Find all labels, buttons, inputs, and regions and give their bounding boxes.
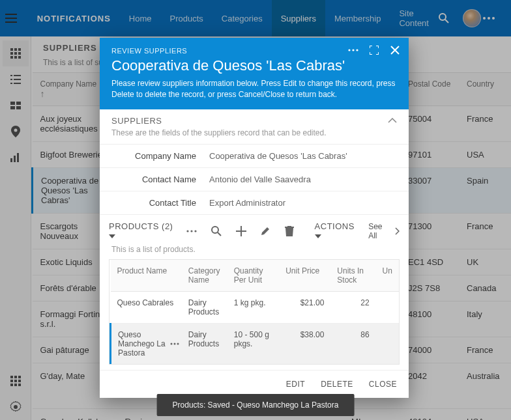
field-contact: Contact Name Antonio del Valle Saavedra — [100, 167, 409, 191]
delete-button[interactable]: DELETE — [321, 380, 353, 389]
svg-point-3 — [492, 17, 495, 20]
svg-rect-32 — [18, 380, 21, 382]
nav-products[interactable]: Products — [161, 0, 212, 36]
svg-point-45 — [177, 343, 179, 344]
svg-rect-20 — [16, 102, 21, 105]
svg-rect-4 — [10, 48, 13, 51]
app-brand[interactable]: NOTIFICATIONS — [28, 14, 120, 23]
nav-site-content[interactable]: Site Content — [390, 0, 438, 36]
svg-rect-9 — [18, 52, 21, 55]
products-table: Product Name Category Name Quantity Per … — [110, 260, 399, 364]
edit-button[interactable]: EDIT — [286, 380, 305, 389]
nav-membership[interactable]: Membership — [325, 0, 390, 36]
field-contact-label: Contact Name — [111, 175, 209, 184]
products-subtitle: This is a list of products. — [100, 245, 409, 259]
svg-rect-25 — [14, 156, 16, 162]
products-edit-icon[interactable] — [260, 226, 280, 236]
rail-map-icon[interactable] — [3, 119, 29, 145]
svg-rect-24 — [10, 158, 12, 162]
pcol-cat[interactable]: Category Name — [182, 260, 227, 292]
products-toolbar: PRODUCTS (2) ACTIONS See All — [100, 214, 409, 245]
svg-rect-6 — [18, 48, 21, 51]
svg-rect-12 — [18, 56, 21, 59]
user-avatar[interactable] — [461, 9, 484, 27]
nav-categories[interactable]: Categories — [212, 0, 272, 36]
pcol-name[interactable]: Product Name — [111, 260, 182, 292]
rail-apps-icon[interactable] — [3, 368, 29, 394]
svg-rect-17 — [10, 83, 12, 84]
field-title: Contact Title Export Administrator — [100, 191, 409, 214]
field-title-label: Contact Title — [111, 198, 209, 208]
svg-point-2 — [488, 17, 490, 20]
products-see-all-link[interactable]: See All — [368, 222, 400, 240]
dialog-desc: Please review suppliers information belo… — [111, 78, 397, 100]
products-search-icon[interactable] — [211, 226, 231, 236]
svg-point-39 — [187, 230, 189, 232]
svg-point-0 — [439, 14, 446, 20]
rail-settings-icon[interactable] — [3, 394, 29, 420]
pcol-stock[interactable]: Units In Stock — [330, 260, 375, 292]
dialog-eyebrow: REVIEW SUPPLIERS — [111, 47, 397, 55]
top-nav: Home Products Categories Suppliers Membe… — [120, 0, 438, 36]
svg-rect-13 — [10, 75, 12, 76]
svg-rect-34 — [14, 384, 17, 386]
svg-rect-29 — [18, 376, 21, 378]
field-contact-value: Antonio del Valle Saavedra — [209, 175, 397, 184]
svg-rect-19 — [10, 102, 15, 105]
close-button[interactable]: CLOSE — [369, 380, 397, 389]
svg-rect-28 — [14, 376, 17, 378]
menu-toggle-button[interactable] — [5, 14, 28, 23]
field-title-value: Export Administrator — [209, 198, 397, 208]
col-postal[interactable]: Postal Code — [400, 73, 459, 106]
rail-chart-icon[interactable] — [3, 145, 29, 171]
product-row[interactable]: Queso Manchego La PastoraDairy Products1… — [111, 323, 400, 364]
svg-point-41 — [195, 230, 197, 232]
more-menu-icon[interactable] — [483, 17, 506, 20]
products-more-icon[interactable] — [186, 230, 206, 232]
svg-rect-15 — [10, 79, 12, 80]
rail-view-cards[interactable] — [3, 92, 29, 119]
section-suppliers-title: SUPPLIERS — [111, 116, 162, 126]
products-delete-icon[interactable] — [285, 226, 304, 236]
topbar: NOTIFICATIONS Home Products Categories S… — [0, 0, 511, 36]
svg-rect-18 — [14, 83, 21, 84]
svg-point-40 — [191, 230, 193, 232]
product-row[interactable]: Queso CabralesDairy Products1 kg pkg.$21… — [111, 291, 400, 323]
nav-suppliers[interactable]: Suppliers — [272, 0, 325, 36]
row-more-icon[interactable] — [170, 343, 179, 345]
svg-point-44 — [173, 343, 175, 344]
products-add-icon[interactable] — [236, 226, 256, 236]
svg-rect-8 — [14, 52, 17, 55]
svg-rect-35 — [18, 384, 21, 386]
svg-rect-10 — [10, 56, 13, 59]
svg-rect-7 — [10, 52, 13, 55]
field-company-value: Cooperativa de Quesos 'Las Cabras' — [209, 151, 397, 161]
section-suppliers-sub: These are the fields of the suppliers re… — [100, 127, 409, 144]
svg-rect-26 — [17, 153, 19, 162]
dialog-title: Cooperativa de Quesos 'Las Cabras' — [111, 57, 397, 74]
search-icon[interactable] — [438, 12, 461, 24]
left-rail — [0, 36, 31, 420]
svg-rect-22 — [16, 106, 21, 109]
review-supplier-dialog: REVIEW SUPPLIERS Cooperativa de Quesos '… — [100, 38, 409, 398]
svg-point-1 — [483, 17, 486, 20]
pcol-qty[interactable]: Quantity Per Unit — [227, 260, 279, 292]
svg-point-23 — [14, 129, 17, 132]
svg-rect-5 — [14, 48, 17, 51]
section-collapse-icon[interactable] — [388, 118, 397, 123]
pcol-unorder[interactable]: Un — [376, 260, 399, 292]
svg-rect-14 — [14, 75, 21, 76]
products-actions-dropdown[interactable]: ACTIONS — [315, 221, 364, 241]
rail-view-list[interactable] — [3, 66, 29, 92]
toast-message: Products: Saved - Queso Manchego La Past… — [157, 394, 355, 416]
col-country[interactable]: Country — [459, 73, 511, 106]
nav-home[interactable]: Home — [120, 0, 161, 36]
pcol-price[interactable]: Unit Price — [279, 260, 330, 292]
products-label[interactable]: PRODUCTS (2) — [109, 221, 181, 241]
section-suppliers-head: SUPPLIERS — [100, 109, 409, 127]
rail-view-grid[interactable] — [3, 40, 29, 66]
svg-rect-16 — [14, 79, 21, 80]
svg-rect-30 — [10, 380, 13, 382]
products-table-wrap: Product Name Category Name Quantity Per … — [109, 259, 400, 365]
dialog-header: REVIEW SUPPLIERS Cooperativa de Quesos '… — [100, 38, 409, 109]
